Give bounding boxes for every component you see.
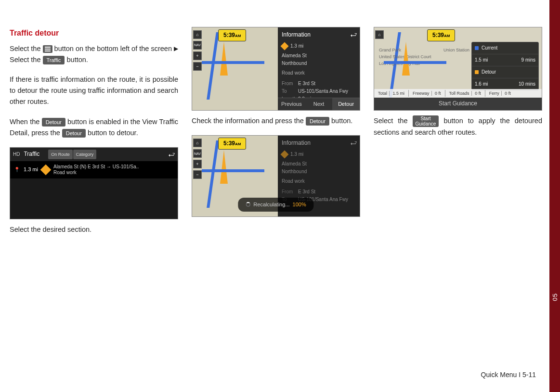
back-icon[interactable]: ⮐ bbox=[350, 138, 357, 148]
map-toolbar: ⌂ bbox=[374, 30, 385, 39]
chapter-number: 05 bbox=[551, 293, 559, 301]
menu-icon bbox=[43, 45, 52, 53]
info-title: Information bbox=[282, 139, 356, 148]
warning-icon bbox=[281, 151, 289, 159]
caption-1: Select the desired section. bbox=[10, 224, 178, 235]
clock-ampm: AM bbox=[235, 34, 241, 38]
nav-icon[interactable]: NAV bbox=[193, 41, 202, 50]
home-icon[interactable]: ⌂ bbox=[375, 30, 384, 39]
route-current-values: 1.5 mi 9 mins bbox=[472, 54, 538, 66]
detour-dist: 1.6 mi bbox=[475, 80, 488, 88]
route-arrow-icon bbox=[220, 42, 228, 76]
zoom-out-icon[interactable]: − bbox=[193, 62, 202, 71]
current-label: Current bbox=[482, 44, 497, 52]
clock-badge: 5:39AM bbox=[218, 138, 246, 150]
warning-icon bbox=[281, 42, 289, 51]
zoom-in-icon[interactable]: + bbox=[193, 51, 202, 60]
map-view[interactable]: ⌂ 5:39AM Grand ParkUnited States Distric… bbox=[374, 27, 542, 110]
info-name1: Alameda St bbox=[282, 160, 356, 168]
text: When the bbox=[10, 118, 42, 126]
clock-badge: 5:39AM bbox=[427, 29, 455, 41]
route-current[interactable]: Current bbox=[472, 42, 538, 54]
home-icon[interactable]: ⌂ bbox=[193, 139, 202, 147]
text: Select the bbox=[10, 56, 43, 63]
text: button to detour. bbox=[88, 129, 138, 137]
detour-button[interactable]: Detour bbox=[332, 98, 360, 110]
current-time: 9 mins bbox=[521, 56, 535, 64]
route-arrow-icon bbox=[220, 150, 228, 184]
text: button on the bottom left of the screen bbox=[54, 45, 174, 52]
from-value: E 3rd St bbox=[298, 81, 315, 86]
start-guidance-button[interactable]: Start Guidance bbox=[374, 98, 542, 110]
recalculating-toast: Recalculating... 100% bbox=[238, 198, 313, 212]
section-heading: Traffic detour bbox=[10, 27, 178, 39]
info-footer: Previous Next Detour bbox=[278, 98, 360, 110]
route-compare-box: Current 1.5 mi 9 mins Detour 1.6 mi 10 m… bbox=[471, 42, 539, 90]
zoom-out-icon[interactable]: − bbox=[193, 170, 202, 179]
instruction-3: When the Detour button is enabled in the… bbox=[10, 116, 178, 139]
clock-time: 5:39 bbox=[223, 140, 235, 147]
detour-button-chip: Detour bbox=[42, 118, 65, 126]
info-name1: Alameda St bbox=[282, 52, 356, 60]
current-dist: 1.5 mi bbox=[475, 56, 488, 64]
info-incident: Road work bbox=[282, 69, 356, 77]
home-icon[interactable]: ⌂ bbox=[193, 30, 202, 39]
pin-icon: 📍 bbox=[14, 166, 20, 174]
map-toolbar: ⌂ NAV + − bbox=[192, 139, 203, 179]
tab-on-route[interactable]: On Route bbox=[48, 150, 73, 159]
nav-icon[interactable]: NAV bbox=[193, 149, 202, 158]
back-icon[interactable]: ⮐ bbox=[350, 29, 357, 40]
screenshot-start-guidance: ⌂ 5:39AM Grand ParkUnited States Distric… bbox=[374, 27, 542, 111]
column-3: ⌂ 5:39AM Grand ParkUnited States Distric… bbox=[374, 27, 542, 235]
sg-l1: Start bbox=[420, 116, 430, 121]
traffic-distance: 1.3 mi bbox=[24, 165, 38, 174]
to-value: US-101/Santa Ana Fwy bbox=[298, 89, 348, 94]
from-label: From bbox=[282, 188, 298, 196]
detour-button-chip: Detour bbox=[62, 129, 86, 138]
instruction-col3: Select the StartGuidance button to apply… bbox=[374, 115, 542, 138]
clock-ampm: AM bbox=[235, 142, 241, 146]
tab-category[interactable]: Category bbox=[73, 150, 97, 159]
sum-fwy-lbl: Freeway bbox=[411, 91, 432, 96]
map-view[interactable]: ⌂ NAV + − 5:39AM bbox=[192, 27, 278, 110]
clock-badge: 5:39AM bbox=[218, 29, 246, 41]
info-distance: 1.3 mi bbox=[290, 42, 303, 50]
next-button[interactable]: Next bbox=[305, 98, 333, 110]
clock-time: 5:39 bbox=[223, 32, 235, 38]
recalc-text: Recalculating... bbox=[253, 201, 289, 209]
text: button. bbox=[67, 56, 88, 63]
text: Check the information and press the bbox=[192, 117, 306, 125]
screenshot-recalculating: ⌂ NAV + − 5:39AM ⮐ Information 1.3 bbox=[192, 135, 360, 217]
to-label: To bbox=[282, 88, 298, 95]
clock-time: 5:39 bbox=[432, 32, 444, 38]
page-footer: Quick Menu I 5-11 bbox=[481, 371, 536, 379]
chapter-tab: 05 bbox=[549, 0, 560, 392]
previous-button[interactable]: Previous bbox=[278, 98, 305, 110]
route-detour-values: 1.6 mi 10 mins bbox=[472, 78, 538, 90]
clock-ampm: AM bbox=[444, 34, 450, 38]
text: Select the bbox=[10, 45, 43, 52]
recalc-pct: 100% bbox=[293, 201, 306, 209]
page-content: Traffic detour Select the button on the … bbox=[0, 0, 560, 235]
detour-label: Detour bbox=[482, 68, 496, 76]
route-detour[interactable]: Detour bbox=[472, 66, 538, 78]
text: Select the bbox=[374, 117, 413, 125]
text: button. bbox=[331, 117, 352, 125]
sum-ferry-val: 0 ft bbox=[503, 91, 513, 96]
sum-ferry-lbl: Ferry bbox=[487, 91, 502, 96]
info-name2: Northbound bbox=[282, 168, 356, 176]
instruction-2: If there is traffic information on the r… bbox=[10, 74, 178, 108]
map-label-union: Union Station bbox=[443, 47, 469, 53]
back-icon[interactable]: ⮐ bbox=[168, 149, 175, 160]
hd-icon: HD bbox=[13, 151, 20, 158]
traffic-line2: Road work bbox=[53, 170, 77, 175]
detour-time: 10 mins bbox=[519, 80, 535, 88]
traffic-item[interactable]: 📍 1.3 mi Alameda St (N) E 3rd St → US-10… bbox=[10, 161, 178, 178]
screenshot-traffic-list: HD Traffic On Route Category ⮐ 📍 1.3 mi … bbox=[10, 147, 178, 219]
screenshot-info-detour: ⌂ NAV + − 5:39AM ⮐ Information 1.3 bbox=[192, 27, 360, 111]
start-guidance-button-chip: StartGuidance bbox=[413, 115, 439, 127]
sum-fwy-val: 0 ft bbox=[433, 91, 443, 96]
zoom-in-icon[interactable]: + bbox=[193, 160, 202, 168]
info-incident: Road work bbox=[282, 177, 356, 185]
spinner-icon bbox=[246, 202, 250, 207]
